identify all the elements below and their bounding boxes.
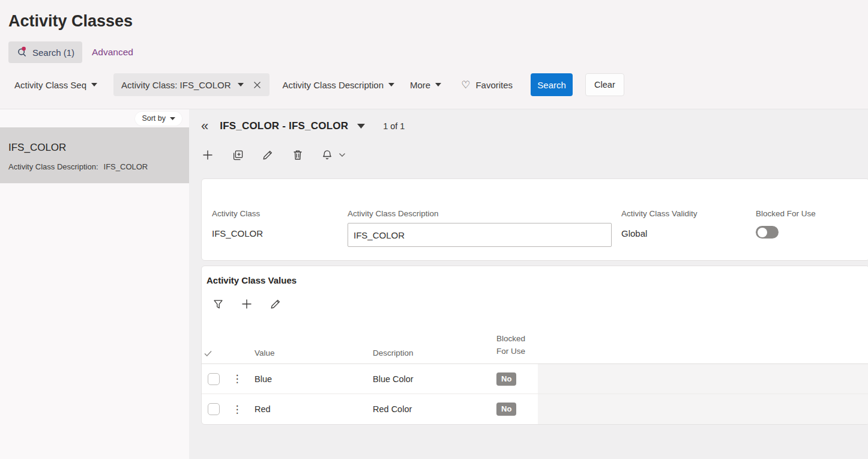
field-blocked-for-use: Blocked For Use [756, 209, 868, 260]
filter-activity-class-description-label: Activity Class Description [283, 80, 384, 90]
table-row-blue[interactable]: ⋮ Blue Blue Color No [202, 364, 868, 394]
values-table-header: Value Description Blocked For Use [202, 312, 868, 364]
blocked-badge: No [496, 403, 516, 416]
column-header-blocked-for-use[interactable]: Blocked For Use [490, 332, 538, 357]
values-toolbar [202, 296, 868, 312]
heart-icon: ♡ [461, 80, 470, 90]
plus-icon [202, 149, 214, 161]
filter-table-button[interactable] [211, 297, 225, 311]
filter-chip-remove-button[interactable] [253, 81, 262, 90]
sort-by-label: Sort by [142, 114, 166, 123]
pencil-icon [270, 298, 282, 310]
cell-blocked: No [490, 372, 538, 386]
cell-value: Blue [247, 374, 367, 384]
sidebar-header: Sort by [0, 109, 189, 127]
content-area: Sort by IFS_COLOR Activity Class Descrip… [0, 109, 868, 459]
activity-class-values-card: Activity Class Values [201, 266, 868, 425]
edit-record-button[interactable] [261, 148, 274, 162]
chevron-down-icon [435, 83, 441, 87]
toggle-knob [758, 228, 767, 237]
cell-blocked: No [490, 403, 538, 416]
filter-bar: Activity Class Seq Activity Class: IFS_C… [0, 73, 868, 96]
filter-activity-class-seq[interactable]: Activity Class Seq [14, 80, 97, 90]
record-title-dropdown[interactable] [357, 124, 365, 129]
plus-icon [241, 298, 253, 310]
cell-value: Red [247, 404, 367, 414]
activity-classes-page: Activity Classes Search (1) Advanced Act… [0, 0, 868, 459]
field-value: Global [621, 228, 756, 239]
column-header-value[interactable]: Value [247, 348, 367, 357]
record-header: « IFS_COLOR - IFS_COLOR 1 of 1 [201, 118, 868, 135]
field-label: Activity Class Validity [621, 209, 756, 219]
list-item-subtitle-value: IFS_COLOR [104, 162, 148, 171]
filter-chip-label: Activity Class: IFS_COLOR [121, 80, 231, 90]
copy-add-icon [232, 149, 244, 162]
field-value: IFS_COLOR [212, 228, 348, 239]
kebab-menu-icon[interactable]: ⋮ [232, 374, 243, 384]
list-item-ifs-color[interactable]: IFS_COLOR Activity Class Description:IFS… [0, 127, 189, 183]
duplicate-record-button[interactable] [231, 148, 244, 162]
clear-button[interactable]: Clear [585, 73, 624, 96]
row-filler [538, 364, 868, 394]
search-toggle-label: Search (1) [32, 47, 74, 58]
column-header-description[interactable]: Description [367, 348, 490, 357]
row-menu-cell: ⋮ [227, 404, 247, 415]
chevron-down-icon [388, 83, 394, 87]
field-activity-class-description: Activity Class Description [348, 209, 621, 260]
search-button[interactable]: Search [531, 73, 573, 96]
row-filler [538, 394, 868, 424]
field-label: Blocked For Use [756, 209, 868, 219]
filter-activity-class-description[interactable]: Activity Class Description [283, 80, 394, 90]
table-row-red[interactable]: ⋮ Red Red Color No [202, 394, 868, 424]
record-title: IFS_COLOR - IFS_COLOR [220, 120, 348, 132]
cell-description: Blue Color [367, 374, 490, 384]
row-select-cell [202, 373, 227, 385]
favorites-label: Favorites [475, 80, 513, 90]
row-checkbox[interactable] [208, 373, 220, 385]
search-toggle-row: Search (1) Advanced [8, 41, 868, 63]
field-activity-class-validity: Activity Class Validity Global [621, 209, 756, 260]
edit-values-button[interactable] [269, 297, 282, 311]
add-value-button[interactable] [240, 297, 253, 311]
blocked-badge: No [496, 372, 516, 386]
row-checkbox[interactable] [208, 403, 220, 415]
chevron-down-icon [357, 124, 365, 129]
activity-class-description-input[interactable] [348, 223, 612, 247]
search-count-dot [22, 47, 26, 51]
favorites-button[interactable]: ♡ Favorites [461, 80, 513, 90]
detail-panel: « IFS_COLOR - IFS_COLOR 1 of 1 [189, 109, 868, 459]
page-title: Activity Classes [0, 0, 868, 32]
list-item-title: IFS_COLOR [8, 142, 181, 154]
advanced-link[interactable]: Advanced [92, 47, 133, 58]
filter-chip-activity-class[interactable]: Activity Class: IFS_COLOR [113, 73, 270, 96]
list-item-subtitle: Activity Class Description:IFS_COLOR [8, 162, 181, 171]
close-icon [253, 81, 262, 90]
record-pager: 1 of 1 [383, 121, 405, 131]
trash-icon [292, 149, 304, 161]
filter-more-label: More [410, 80, 430, 90]
add-record-button[interactable] [201, 148, 214, 162]
search-toggle-button[interactable]: Search (1) [8, 41, 82, 63]
kebab-menu-icon[interactable]: ⋮ [232, 404, 243, 415]
select-all-cell[interactable] [202, 350, 227, 357]
page-header: Activity Classes Search (1) Advanced Act… [0, 0, 868, 109]
list-item-subtitle-label: Activity Class Description: [8, 162, 98, 171]
chevron-down-icon [170, 117, 175, 120]
record-list-sidebar: Sort by IFS_COLOR Activity Class Descrip… [0, 109, 189, 459]
delete-record-button[interactable] [291, 148, 304, 162]
notifications-dropdown[interactable] [321, 149, 346, 161]
filter-more-dropdown[interactable]: More [410, 80, 441, 90]
collapse-sidebar-icon[interactable]: « [201, 120, 208, 133]
row-menu-cell: ⋮ [227, 374, 247, 384]
chevron-down-icon [339, 153, 346, 157]
select-all-check-icon [203, 350, 212, 357]
row-select-cell [202, 403, 227, 415]
sort-by-button[interactable]: Sort by [135, 112, 182, 126]
record-detail-card: Activity Class IFS_COLOR Activity Class … [201, 178, 868, 261]
cell-description: Red Color [367, 404, 490, 414]
search-icon [16, 46, 28, 58]
pencil-icon [262, 149, 274, 161]
chevron-down-icon[interactable] [238, 83, 244, 87]
blocked-for-use-toggle[interactable] [756, 226, 779, 239]
values-section-title: Activity Class Values [202, 266, 868, 287]
